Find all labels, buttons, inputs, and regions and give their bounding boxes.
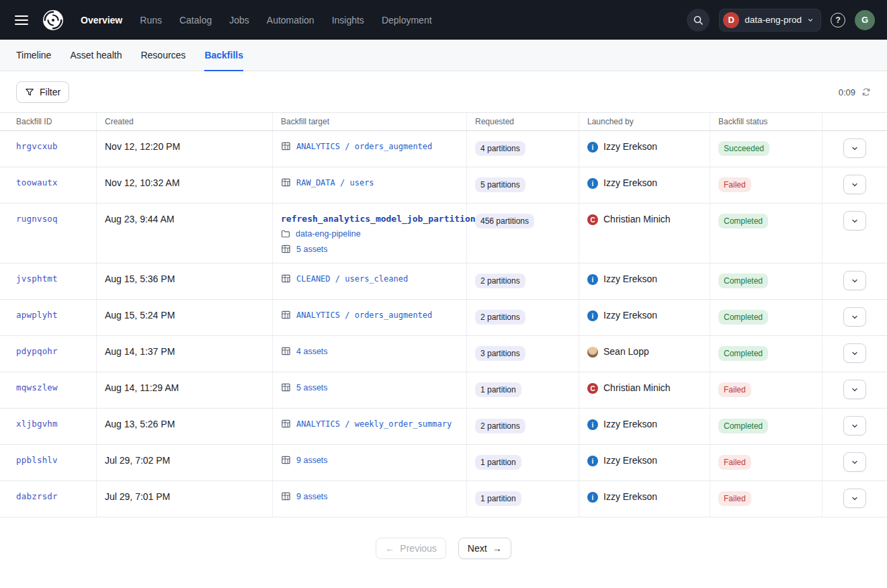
target-link[interactable]: ANALYTICS / weekly_order_summary [296, 419, 452, 429]
header-backfill-target: Backfill target [273, 113, 467, 130]
target-row: ANALYTICS / orders_augmented [281, 141, 432, 151]
backfill-id-cell: jvsphtmt [0, 263, 97, 299]
backfill-target-cell: refresh_analytics_model_job_partition_se… [273, 204, 467, 263]
top-nav: Overview Runs Catalog Jobs Automation In… [0, 0, 887, 40]
nav-item-overview[interactable]: Overview [81, 15, 122, 26]
target-link[interactable]: ANALYTICS / orders_augmented [296, 142, 432, 151]
backfill-id-link[interactable]: rugnvsoq [16, 214, 58, 224]
chevron-down-icon [851, 495, 859, 503]
help-button[interactable]: ? [831, 13, 845, 28]
backfill-status-badge: Completed [718, 419, 768, 433]
asset-table-icon [281, 455, 291, 465]
created-timestamp: Aug 23, 9:44 AM [105, 214, 175, 224]
row-actions-dropdown-button[interactable] [843, 307, 866, 327]
backfill-id-link[interactable]: toowautx [16, 177, 58, 187]
table-row: dabzrsdrJul 29, 7:01 PM9 assets1 partiti… [0, 481, 887, 517]
row-actions-dropdown-button[interactable] [843, 175, 866, 194]
backfill-id-link[interactable]: pdypqohr [16, 346, 58, 356]
header-backfill-id: Backfill ID [0, 113, 97, 130]
previous-page-button[interactable]: ← Previous [376, 538, 446, 559]
hamburger-menu-icon[interactable] [12, 12, 31, 28]
partitions-badge: 2 partitions [475, 310, 525, 325]
target-row: ANALYTICS / orders_augmented [281, 310, 432, 320]
row-actions-dropdown-button[interactable] [843, 211, 866, 230]
backfill-id-link[interactable]: mqwszlew [16, 382, 58, 392]
created-timestamp: Jul 29, 7:02 PM [105, 455, 170, 466]
nav-item-automation[interactable]: Automation [267, 15, 314, 26]
next-page-button[interactable]: Next → [458, 538, 511, 559]
launched-by-cell: iIzzy Erekson [579, 263, 710, 299]
dagster-logo-icon[interactable] [42, 9, 65, 32]
target-link[interactable]: ANALYTICS / orders_augmented [296, 310, 432, 320]
chevron-down-icon [851, 313, 859, 321]
created-cell: Aug 23, 9:44 AM [97, 204, 273, 263]
tab-timeline[interactable]: Timeline [16, 40, 51, 71]
target-link[interactable]: RAW_DATA / users [296, 178, 374, 187]
nav-item-catalog[interactable]: Catalog [179, 15, 212, 26]
backfill-id-link[interactable]: jvsphtmt [16, 274, 58, 284]
asset-table-icon [281, 177, 291, 187]
row-actions-dropdown-button[interactable] [843, 489, 866, 508]
row-actions-dropdown-button[interactable] [843, 416, 866, 435]
target-link[interactable]: 4 assets [296, 347, 328, 356]
row-actions-dropdown-button[interactable] [843, 452, 866, 472]
backfill-target-cell: ANALYTICS / orders_augmented [273, 300, 467, 335]
created-timestamp: Aug 14, 1:37 PM [105, 346, 175, 357]
tab-backfills[interactable]: Backfills [204, 40, 243, 71]
nav-item-insights[interactable]: Insights [332, 15, 364, 26]
backfills-table: Backfill ID Created Backfill target Requ… [0, 112, 887, 517]
pagination: ← Previous Next → [0, 538, 887, 559]
filter-button[interactable]: Filter [16, 81, 69, 103]
row-actions-dropdown-button[interactable] [843, 343, 866, 363]
top-nav-right: D data-eng-prod ? G [687, 9, 875, 32]
target-link[interactable]: 9 assets [296, 492, 328, 501]
row-actions-dropdown-button[interactable] [843, 138, 866, 158]
pipeline-link[interactable]: data-eng-pipeline [296, 229, 361, 239]
primary-nav: Overview Runs Catalog Jobs Automation In… [81, 15, 432, 26]
chevron-down-icon [851, 422, 859, 430]
asset-table-icon [281, 491, 291, 501]
launched-by-name: Christian Minich [603, 214, 671, 224]
backfill-id-link[interactable]: apwplyht [16, 310, 58, 320]
asset-table-icon [281, 382, 291, 392]
partitions-badge: 2 partitions [475, 419, 525, 433]
target-link[interactable]: CLEANED / users_cleaned [296, 274, 408, 284]
chevron-down-icon [851, 277, 859, 285]
launched-by-avatar: i [587, 142, 598, 153]
backfill-id-cell: hrgvcxub [0, 131, 97, 167]
job-name-link[interactable]: refresh_analytics_model_job_partition_se… [281, 214, 497, 224]
backfill-id-link[interactable]: hrgvcxub [16, 141, 58, 151]
target-link[interactable]: 5 assets [296, 383, 328, 392]
requested-cell: 1 partition [467, 372, 579, 408]
backfill-id-link[interactable]: xljbgvhm [16, 419, 58, 429]
assets-count-link[interactable]: 5 assets [296, 245, 328, 254]
status-cell: Completed [710, 300, 822, 335]
requested-cell: 2 partitions [467, 300, 579, 335]
backfill-status-badge: Failed [718, 455, 751, 470]
nav-item-jobs[interactable]: Jobs [229, 15, 249, 26]
launched-by-avatar: i [587, 310, 598, 321]
created-timestamp: Nov 12, 12:20 PM [105, 141, 180, 152]
row-actions-dropdown-button[interactable] [843, 380, 866, 399]
target-row: 5 assets [281, 382, 328, 392]
target-link[interactable]: 9 assets [296, 456, 328, 465]
tab-asset-health[interactable]: Asset health [70, 40, 122, 71]
requested-cell: 4 partitions [467, 131, 579, 167]
user-avatar[interactable]: G [855, 10, 875, 30]
backfill-id-link[interactable]: ppblshlv [16, 455, 58, 465]
arrow-right-icon: → [493, 544, 502, 553]
tab-resources[interactable]: Resources [140, 40, 185, 71]
launched-by-name: Izzy Erekson [603, 274, 657, 284]
refresh-icon[interactable] [861, 87, 871, 97]
nav-item-runs[interactable]: Runs [140, 15, 162, 26]
next-label: Next [468, 543, 487, 554]
table-row: apwplyhtAug 15, 5:24 PMANALYTICS / order… [0, 300, 887, 336]
row-actions-dropdown-button[interactable] [843, 271, 866, 290]
search-button[interactable] [687, 9, 710, 32]
deployment-switcher[interactable]: D data-eng-prod [719, 9, 821, 32]
status-cell: Failed [710, 372, 822, 408]
backfill-target-cell: 9 assets [273, 481, 467, 517]
backfill-id-link[interactable]: dabzrsdr [16, 491, 58, 501]
backfill-target-cell: 4 assets [273, 336, 467, 372]
nav-item-deployment[interactable]: Deployment [382, 15, 432, 26]
